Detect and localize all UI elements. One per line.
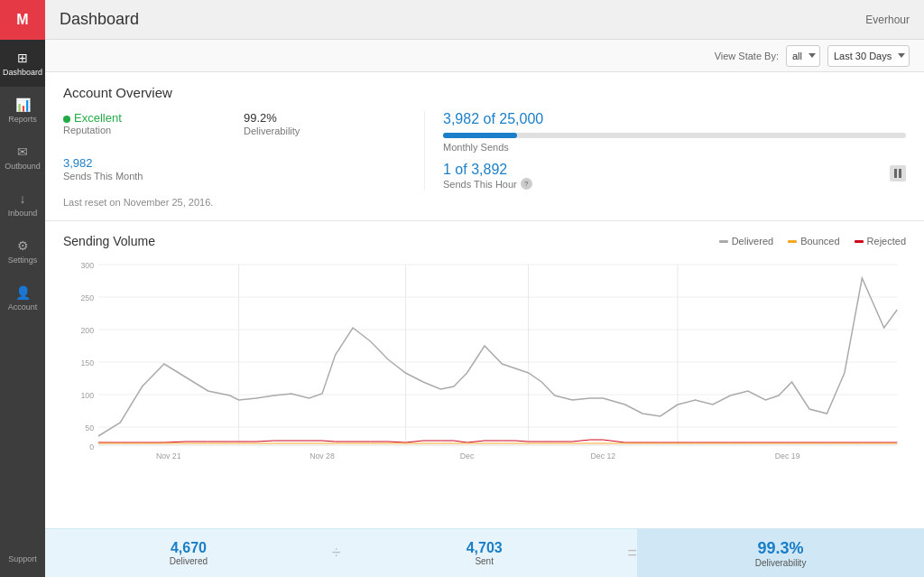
toolbar: View State By: all Last 30 Days bbox=[45, 40, 924, 72]
divide-icon: ÷ bbox=[332, 544, 341, 563]
deliverability-value: 99.2% bbox=[244, 111, 406, 125]
support-link[interactable]: Support bbox=[0, 541, 45, 577]
app-logo[interactable]: M bbox=[0, 0, 45, 40]
sidebar-item-label: Settings bbox=[8, 256, 38, 265]
reports-icon: 📊 bbox=[15, 98, 31, 112]
sends-this-hour-block: 1 of 3,892 Sends This Hour ? bbox=[443, 162, 906, 190]
svg-text:250: 250 bbox=[80, 293, 94, 302]
sidebar-item-label: Account bbox=[8, 302, 38, 312]
legend-delivered: Delivered bbox=[719, 236, 773, 247]
page-title: Dashboard bbox=[60, 10, 865, 29]
reputation-dot-icon bbox=[63, 116, 70, 123]
reputation-text: Excellent bbox=[74, 111, 122, 125]
legend-rejected: Rejected bbox=[855, 236, 906, 247]
chart-header: Sending Volume Delivered Bounced Rejecte… bbox=[63, 234, 906, 248]
footer-delivered-value: 4,670 bbox=[171, 540, 207, 556]
footer-sent-label: Sent bbox=[475, 556, 494, 566]
sidebar-item-reports[interactable]: 📊 Reports bbox=[0, 87, 45, 134]
equals-icon: = bbox=[628, 544, 638, 563]
svg-text:Dec: Dec bbox=[460, 451, 475, 461]
svg-text:Dec 12: Dec 12 bbox=[590, 451, 615, 461]
footer-stats: 4,670 Delivered ÷ 4,703 Sent = 99.3% Del… bbox=[45, 528, 924, 577]
support-label: Support bbox=[8, 554, 37, 563]
sidebar-item-label: Outbound bbox=[5, 162, 41, 171]
footer-delivered: 4,670 Delivered bbox=[45, 533, 332, 573]
overview-grid: Excellent Reputation 99.2% Deliverabilit… bbox=[63, 111, 906, 190]
sidebar-item-outbound[interactable]: ✉ Outbound bbox=[0, 134, 45, 181]
last-reset-text: Last reset on November 25, 2016. bbox=[63, 197, 906, 208]
sidebar-item-inbound[interactable]: ↓ Inbound bbox=[0, 181, 45, 228]
account-icon: 👤 bbox=[15, 285, 31, 300]
progress-bar-background bbox=[443, 133, 906, 138]
delivered-legend-label: Delivered bbox=[732, 236, 773, 247]
svg-text:0: 0 bbox=[89, 442, 94, 451]
bounced-legend-label: Bounced bbox=[800, 236, 839, 247]
reputation-block: Excellent Reputation bbox=[63, 111, 244, 145]
view-state-select[interactable]: all bbox=[786, 45, 820, 67]
sidebar-item-label: Inbound bbox=[8, 209, 38, 218]
rejected-legend-dot bbox=[855, 240, 864, 243]
footer-sent: 4,703 Sent bbox=[341, 533, 628, 573]
sidebar-item-settings[interactable]: ⚙ Settings bbox=[0, 228, 45, 275]
pause-button[interactable] bbox=[890, 165, 906, 181]
settings-icon: ⚙ bbox=[17, 238, 29, 253]
sends-this-hour-label: Sends This Hour bbox=[443, 179, 517, 190]
account-overview-title: Account Overview bbox=[63, 85, 906, 100]
progress-container bbox=[443, 133, 906, 138]
svg-text:Dec 19: Dec 19 bbox=[775, 451, 800, 461]
svg-rect-1 bbox=[899, 169, 901, 178]
legend-bounced: Bounced bbox=[788, 236, 839, 247]
footer-delivered-label: Delivered bbox=[170, 556, 208, 566]
chart-legend: Delivered Bounced Rejected bbox=[719, 236, 906, 247]
deliverability-label: Deliverability bbox=[244, 126, 406, 136]
svg-text:200: 200 bbox=[80, 326, 94, 335]
header-right: Everhour bbox=[865, 14, 910, 26]
sidebar-item-dashboard[interactable]: ⊞ Dashboard bbox=[0, 40, 45, 87]
reputation-value: Excellent bbox=[63, 111, 226, 125]
monthly-sends-label: Monthly Sends bbox=[443, 142, 906, 153]
help-icon[interactable]: ? bbox=[521, 178, 532, 190]
sidebar-item-account[interactable]: 👤 Account bbox=[0, 275, 45, 321]
main-content: Dashboard Everhour View State By: all La… bbox=[45, 0, 924, 577]
account-overview-section: Account Overview Excellent Reputation 99… bbox=[45, 72, 924, 221]
app-name: Everhour bbox=[865, 14, 910, 26]
chart-section: Sending Volume Delivered Bounced Rejecte… bbox=[45, 221, 924, 528]
sends-this-month-value: 3,982 bbox=[63, 156, 226, 170]
footer-sent-value: 4,703 bbox=[467, 540, 503, 556]
footer-deliverability-value: 99.3% bbox=[758, 539, 804, 558]
sends-this-month-label: Sends This Month bbox=[63, 171, 226, 181]
svg-text:100: 100 bbox=[80, 391, 94, 400]
sidebar: M ⊞ Dashboard 📊 Reports ✉ Outbound ↓ Inb… bbox=[0, 0, 45, 577]
footer-divider-1: ÷ bbox=[332, 544, 341, 563]
chart-title: Sending Volume bbox=[63, 234, 155, 248]
svg-text:150: 150 bbox=[80, 358, 94, 368]
pause-icon bbox=[894, 169, 901, 178]
empty-cell bbox=[244, 153, 424, 191]
sidebar-item-label: Dashboard bbox=[3, 68, 42, 77]
footer-deliverability-label: Deliverability bbox=[755, 558, 807, 568]
dashboard-icon: ⊞ bbox=[17, 51, 28, 65]
bounced-legend-dot bbox=[788, 240, 797, 243]
view-state-label: View State By: bbox=[715, 51, 779, 61]
chart-svg: 300 250 200 150 100 50 0 Nov 21 Nov 28 D… bbox=[63, 256, 906, 463]
chart-container: 300 250 200 150 100 50 0 Nov 21 Nov 28 D… bbox=[63, 256, 906, 463]
svg-text:300: 300 bbox=[80, 261, 94, 270]
sidebar-bottom: Support bbox=[0, 541, 45, 577]
monthly-sends-block: 3,982 of 25,000 Monthly Sends 1 of 3,892… bbox=[424, 111, 906, 190]
svg-rect-0 bbox=[894, 169, 897, 178]
footer-divider-2: = bbox=[628, 544, 638, 563]
reputation-label: Reputation bbox=[63, 125, 226, 135]
sends-this-month-block: 3,982 Sends This Month bbox=[63, 156, 244, 191]
sends-this-hour-value: 1 of 3,892 bbox=[443, 162, 532, 178]
sends-hour-inner: 1 of 3,892 Sends This Hour ? bbox=[443, 162, 532, 190]
svg-text:Nov 28: Nov 28 bbox=[310, 451, 335, 461]
sidebar-item-label: Reports bbox=[8, 115, 37, 124]
rejected-legend-label: Rejected bbox=[867, 236, 906, 247]
delivered-legend-dot bbox=[719, 240, 728, 243]
deliverability-block: 99.2% Deliverability bbox=[244, 111, 424, 145]
header: Dashboard Everhour bbox=[45, 0, 924, 40]
date-range-select[interactable]: Last 30 Days bbox=[827, 45, 910, 67]
monthly-sends-value: 3,982 of 25,000 bbox=[443, 111, 906, 127]
footer-deliverability: 99.3% Deliverability bbox=[637, 529, 924, 577]
content-area: Account Overview Excellent Reputation 99… bbox=[45, 72, 924, 528]
